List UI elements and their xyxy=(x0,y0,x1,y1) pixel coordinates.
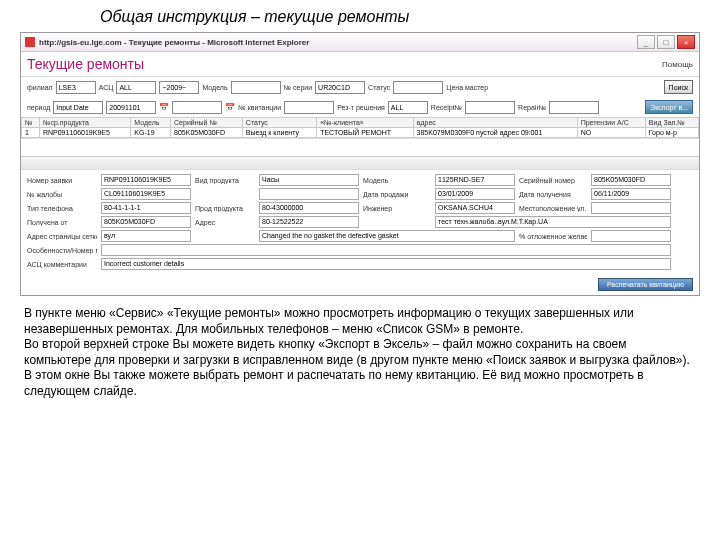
filter-row-2: период 📅 📅 № квитанции Рез-т решения Rec… xyxy=(21,97,699,117)
help-link[interactable]: Помощь xyxy=(662,60,693,69)
table-row[interactable]: 1 RNP091106019K9E5 KG-19 805K05M030FD Вы… xyxy=(22,128,699,138)
col-serial[interactable]: Серийный № xyxy=(171,118,243,128)
model-label: Модель xyxy=(202,84,227,91)
branch-select[interactable] xyxy=(56,81,96,94)
table-header-row: № №ср.продукта Модель Серийный № Статус … xyxy=(22,118,699,128)
location-field[interactable] xyxy=(591,202,671,214)
repair-input[interactable] xyxy=(549,101,599,114)
page-title: Текущие ремонты xyxy=(27,56,144,72)
col-address[interactable]: адрес xyxy=(413,118,577,128)
serial-input[interactable] xyxy=(315,81,365,94)
slide-title: Общая инструкция – текущие ремонты xyxy=(20,8,700,26)
receipt-label: Receipt№ xyxy=(431,104,462,111)
status-label: Статус xyxy=(368,84,390,91)
product-cont-field[interactable]: 80-43000000 xyxy=(259,202,359,214)
status-input[interactable] xyxy=(393,81,443,94)
search-button[interactable]: Поиск xyxy=(664,80,693,94)
maximize-button[interactable]: □ xyxy=(657,35,675,49)
explanation-text: В пункте меню «Сервис» «Текущие ремонты»… xyxy=(20,296,700,400)
window-titlebar: http://gsis-eu.lge.com - Текущие ремонты… xyxy=(21,33,699,52)
receipt-input[interactable] xyxy=(465,101,515,114)
engineer-field[interactable]: OKSANA.SCHU4 xyxy=(435,202,515,214)
model-input[interactable] xyxy=(231,81,281,94)
order-number-field[interactable]: RNP091106019K9E5 xyxy=(101,174,191,186)
serial-field[interactable]: 805K05M030FD xyxy=(591,174,671,186)
calendar-icon-2[interactable]: 📅 xyxy=(225,103,235,112)
model-field[interactable]: 1125RND-SE7 xyxy=(435,174,515,186)
inputdate-select[interactable] xyxy=(53,101,103,114)
col-model[interactable]: Модель xyxy=(131,118,171,128)
phone-type-field[interactable]: 80-41-1-1-1 xyxy=(101,202,191,214)
resolution-field[interactable]: Changed the no gasket the defective gask… xyxy=(259,230,515,242)
features-field[interactable] xyxy=(101,244,671,256)
favicon-icon xyxy=(25,37,35,47)
close-button[interactable]: × xyxy=(677,35,695,49)
result-select[interactable] xyxy=(388,101,428,114)
asc-select[interactable] xyxy=(116,81,156,94)
period-input[interactable] xyxy=(159,81,199,94)
receive-date-field[interactable]: 06/11/2009 xyxy=(591,188,671,200)
col-parts[interactable]: Вид Зап.№ xyxy=(645,118,698,128)
print-receipt-button[interactable]: Распечатать квитанцию xyxy=(598,278,693,291)
inputdate2-input[interactable] xyxy=(172,101,222,114)
calendar-icon[interactable]: 📅 xyxy=(159,103,169,112)
address-detail-field[interactable]: тест техн.жалоба..вул.М.Т.Кар.UA xyxy=(435,216,671,228)
minimize-button[interactable]: _ xyxy=(637,35,655,49)
results-table: № №ср.продукта Модель Серийный № Статус … xyxy=(21,117,699,138)
asc-label: АСЦ xyxy=(99,84,114,91)
detail-form: Номер заявкиRNP091106019K9E5 Вид продукт… xyxy=(21,170,699,274)
branch-label: филиал xyxy=(27,84,53,91)
footer-bar: Распечатать квитанцию xyxy=(21,274,699,295)
col-status[interactable]: Статус xyxy=(242,118,316,128)
app-window: http://gsis-eu.lge.com - Текущие ремонты… xyxy=(20,32,700,296)
price-label: Цена мастер xyxy=(446,84,488,91)
inputdate1-input[interactable] xyxy=(106,101,156,114)
received-from-field[interactable]: 805K05M030FD xyxy=(101,216,191,228)
invoice-input[interactable] xyxy=(284,101,334,114)
sale-date-field[interactable]: 03/01/2009 xyxy=(435,188,515,200)
complaint-number-field[interactable]: CL091106019K9E5 xyxy=(101,188,191,200)
page-address-field[interactable]: вул xyxy=(101,230,191,242)
period-label: период xyxy=(27,104,50,111)
col-product[interactable]: №ср.продукта xyxy=(39,118,130,128)
col-num[interactable]: № xyxy=(22,118,40,128)
address-field[interactable]: 80-12522522 xyxy=(259,216,359,228)
repair-label: Repair№ xyxy=(518,104,546,111)
result-label: Рез-т решения xyxy=(337,104,385,111)
export-button[interactable]: Экспорт в... xyxy=(645,100,693,114)
scrollbar-area[interactable] xyxy=(21,138,699,170)
window-title: http://gsis-eu.lge.com - Текущие ремонты… xyxy=(39,38,637,47)
filter-row-1: филиал АСЦ Модель № серии Статус Цена ма… xyxy=(21,77,699,97)
asc-comments-field[interactable]: Incorrect customer details xyxy=(101,258,671,270)
product-type-field[interactable]: Часы xyxy=(259,174,359,186)
page-header: Текущие ремонты Помощь xyxy=(21,52,699,77)
invoice-label: № квитанции xyxy=(238,104,281,111)
col-claims[interactable]: Претензии A/C xyxy=(577,118,645,128)
serial-label: № серии xyxy=(284,84,313,91)
col-client[interactable]: «№-клиента» xyxy=(317,118,413,128)
